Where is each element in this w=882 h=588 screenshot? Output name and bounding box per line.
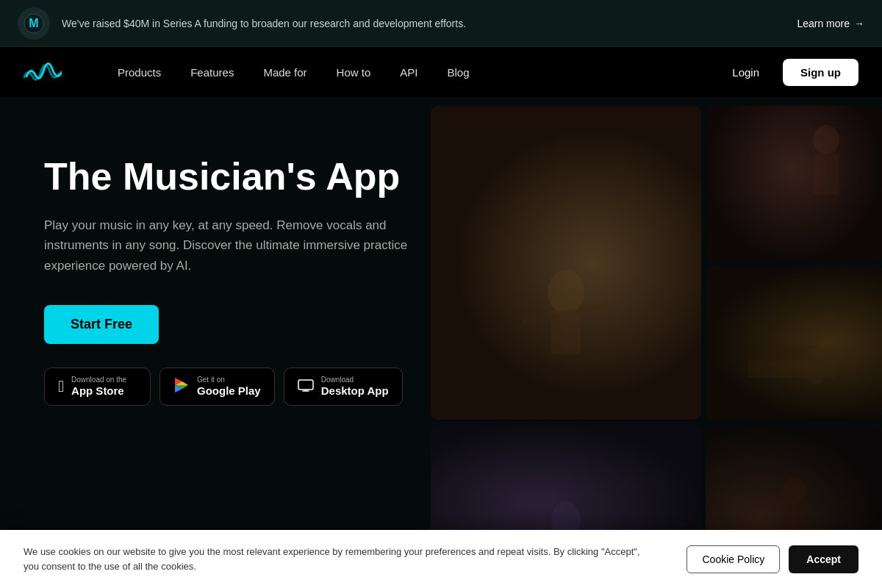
google-play-button[interactable]: Get it on Google Play: [159, 368, 275, 406]
cookie-bar: We use cookies on our website to give yo…: [0, 530, 882, 588]
image-producer: [706, 265, 882, 420]
image-singer: [706, 106, 882, 261]
google-play-icon: [173, 377, 190, 396]
announcement-bar: M We've raised $40M in Series A funding …: [0, 0, 882, 47]
svg-point-21: [782, 477, 806, 503]
svg-rect-17: [813, 154, 839, 195]
navbar: Products Features Made for How to API Bl…: [0, 47, 882, 97]
nav-features[interactable]: Features: [179, 60, 245, 85]
nav-actions: Login Sign up: [720, 59, 858, 86]
google-play-label: Get it on: [197, 376, 261, 384]
image-guitarist: [431, 106, 701, 420]
cookie-text: We use cookies on our website to give yo…: [24, 545, 656, 573]
desktop-app-label: Download: [321, 376, 389, 384]
nav-made-for[interactable]: Made for: [251, 60, 318, 85]
accept-button[interactable]: Accept: [789, 545, 858, 573]
app-store-name: App Store: [71, 384, 126, 398]
hero-subtitle: Play your music in any key, at any speed…: [44, 215, 412, 276]
app-store-text: Download on the App Store: [71, 376, 126, 398]
login-button[interactable]: Login: [720, 60, 771, 85]
hero-section: The Musician's App Play your music in an…: [0, 97, 882, 588]
learn-more-label: Learn more: [797, 18, 850, 29]
hero-image-grid: [426, 97, 882, 588]
nav-logo[interactable]: [24, 60, 62, 84]
google-play-text: Get it on Google Play: [197, 376, 261, 398]
apple-icon: : [58, 379, 64, 395]
svg-point-20: [803, 348, 825, 385]
hero-content: The Musician's App Play your music in an…: [0, 97, 441, 588]
hero-title: The Musician's App: [44, 156, 412, 198]
svg-rect-7: [298, 380, 313, 390]
announcement-left: M We've raised $40M in Series A funding …: [18, 7, 466, 40]
google-play-name: Google Play: [197, 384, 261, 398]
logo-small: M: [18, 7, 50, 40]
desktop-app-button[interactable]: Download Desktop App: [284, 368, 403, 406]
learn-more-link[interactable]: Learn more →: [797, 18, 864, 29]
svg-text:M: M: [29, 17, 38, 29]
app-store-button[interactable]:  Download on the App Store: [44, 368, 151, 406]
arrow-right-icon: →: [854, 18, 864, 29]
svg-point-10: [548, 270, 584, 314]
download-buttons:  Download on the App Store: [44, 368, 412, 406]
svg-point-16: [813, 125, 839, 154]
nav-links: Products Features Made for How to API Bl…: [106, 60, 720, 85]
app-store-label: Download on the: [71, 376, 126, 384]
announcement-text: We've raised $40M in Series A funding to…: [62, 18, 466, 29]
nav-blog[interactable]: Blog: [435, 60, 481, 85]
desktop-icon: [298, 378, 314, 395]
cookie-actions: Cookie Policy Accept: [686, 545, 858, 573]
nav-api[interactable]: API: [388, 60, 429, 85]
desktop-app-text: Download Desktop App: [321, 376, 389, 398]
nav-how-to[interactable]: How to: [325, 60, 383, 85]
signup-button[interactable]: Sign up: [783, 59, 858, 86]
cookie-policy-button[interactable]: Cookie Policy: [686, 545, 780, 573]
desktop-app-name: Desktop App: [321, 384, 389, 398]
start-free-button[interactable]: Start Free: [44, 305, 159, 344]
nav-products[interactable]: Products: [106, 60, 173, 85]
